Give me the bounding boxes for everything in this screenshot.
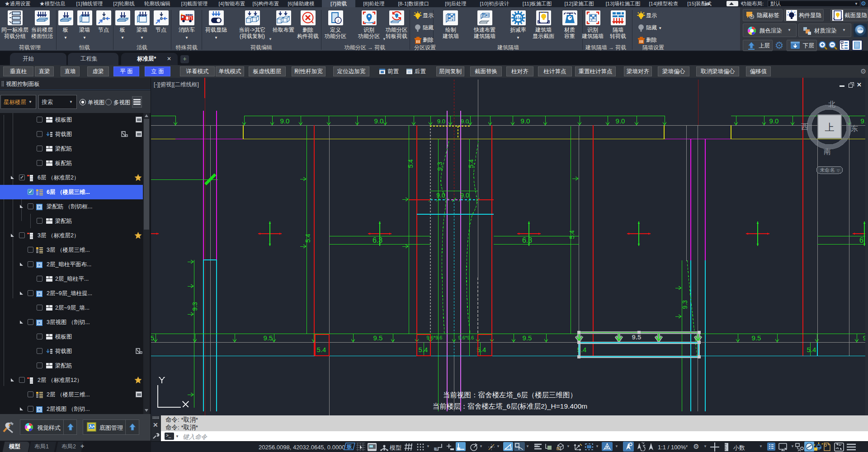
svg-text:9.6*9.6: 9.6*9.6 — [427, 335, 443, 340]
svg-text:9.6*9.6: 9.6*9.6 — [458, 335, 474, 340]
svg-text:9.5: 9.5 — [373, 334, 383, 342]
svg-text:9.0: 9.0 — [460, 192, 469, 199]
svg-text:西: 西 — [801, 123, 808, 131]
svg-text:9.3: 9.3 — [191, 302, 198, 311]
svg-text:当前楼层：宿舍楼左塔_6层(标准层2)_H=19.400m: 当前楼层：宿舍楼左塔_6层(标准层2)_H=19.400m — [433, 402, 587, 410]
svg-text:9.5: 9.5 — [523, 334, 532, 342]
svg-text:9.5: 9.5 — [752, 334, 761, 342]
svg-text:板: 板 — [346, 443, 352, 450]
svg-text:南: 南 — [824, 148, 831, 155]
svg-text:5.4: 5.4 — [419, 346, 428, 353]
svg-text:9.0: 9.0 — [616, 117, 625, 125]
svg-text:上: 上 — [825, 122, 835, 132]
svg-text:5.4: 5.4 — [304, 234, 311, 243]
svg-text:9.3: 9.3 — [436, 162, 443, 171]
svg-text:当前视图：宿舍楼左塔_6层（楼层三维图）: 当前视图：宿舍楼左塔_6层（楼层三维图） — [443, 391, 577, 399]
svg-text:9.0: 9.0 — [461, 118, 469, 125]
svg-text:5.4: 5.4 — [467, 159, 475, 168]
svg-text:9.5: 9.5 — [264, 334, 273, 342]
svg-text:9.0: 9.0 — [437, 118, 445, 125]
svg-text:未命名: 未命名 — [820, 167, 835, 173]
svg-text:9.3: 9.3 — [681, 300, 689, 309]
svg-text:i: i — [338, 18, 339, 23]
svg-text:5.4: 5.4 — [807, 346, 816, 353]
svg-text:东: 东 — [851, 125, 858, 132]
svg-text:5: 5 — [151, 334, 154, 342]
svg-text:9.5: 9.5 — [632, 333, 642, 341]
svg-text:6.3: 6.3 — [373, 236, 382, 244]
svg-text:5.4: 5.4 — [317, 346, 326, 353]
svg-text:▽: ▽ — [837, 169, 840, 173]
svg-text:9.0: 9.0 — [374, 117, 384, 125]
svg-text:9.0: 9.0 — [280, 117, 290, 125]
svg-text:9.0: 9.0 — [521, 117, 530, 125]
svg-text:9.0: 9.0 — [769, 117, 779, 125]
svg-text:5.4: 5.4 — [568, 230, 576, 239]
svg-text:9.0: 9.0 — [436, 192, 445, 199]
svg-text:6.3: 6.3 — [522, 236, 532, 244]
svg-text:北: 北 — [828, 100, 835, 108]
svg-text:5.4: 5.4 — [407, 159, 414, 168]
